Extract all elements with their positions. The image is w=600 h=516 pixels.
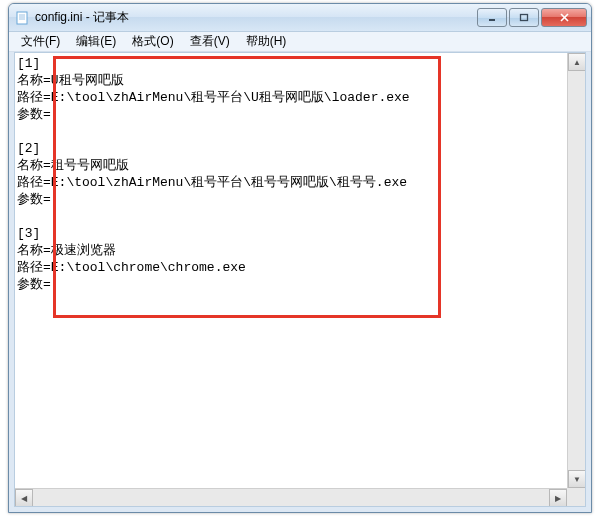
titlebar[interactable]: config.ini - 记事本 [9, 4, 591, 32]
vscroll-track[interactable] [568, 71, 585, 470]
menubar: 文件(F) 编辑(E) 格式(O) 查看(V) 帮助(H) [9, 32, 591, 52]
scroll-right-button[interactable]: ▶ [549, 489, 567, 507]
scroll-down-button[interactable]: ▼ [568, 470, 586, 488]
app-icon [15, 10, 31, 26]
chevron-right-icon: ▶ [555, 494, 561, 503]
text-editor[interactable]: [1] 名称=U租号网吧版 路径=E:\tool\zhAirMenu\租号平台\… [15, 53, 567, 488]
window-controls [477, 8, 587, 27]
hscroll-track[interactable] [33, 489, 549, 506]
scroll-up-button[interactable]: ▲ [568, 53, 586, 71]
svg-rect-0 [17, 12, 27, 24]
chevron-left-icon: ◀ [21, 494, 27, 503]
close-button[interactable] [541, 8, 587, 27]
menu-file[interactable]: 文件(F) [13, 31, 68, 52]
minimize-button[interactable] [477, 8, 507, 27]
chevron-down-icon: ▼ [573, 475, 581, 484]
svg-rect-5 [521, 14, 528, 20]
vertical-scrollbar[interactable]: ▲ ▼ [567, 53, 585, 488]
maximize-button[interactable] [509, 8, 539, 27]
chevron-up-icon: ▲ [573, 58, 581, 67]
menu-help[interactable]: 帮助(H) [238, 31, 295, 52]
client-area: [1] 名称=U租号网吧版 路径=E:\tool\zhAirMenu\租号平台\… [14, 52, 586, 507]
scrollbar-corner [567, 488, 585, 506]
menu-view[interactable]: 查看(V) [182, 31, 238, 52]
menu-format[interactable]: 格式(O) [124, 31, 181, 52]
scroll-left-button[interactable]: ◀ [15, 489, 33, 507]
horizontal-scrollbar[interactable]: ◀ ▶ [15, 488, 567, 506]
menu-edit[interactable]: 编辑(E) [68, 31, 124, 52]
notepad-window: config.ini - 记事本 文件(F) 编辑(E) 格式(O) 查看(V)… [8, 3, 592, 513]
window-title: config.ini - 记事本 [35, 9, 477, 26]
